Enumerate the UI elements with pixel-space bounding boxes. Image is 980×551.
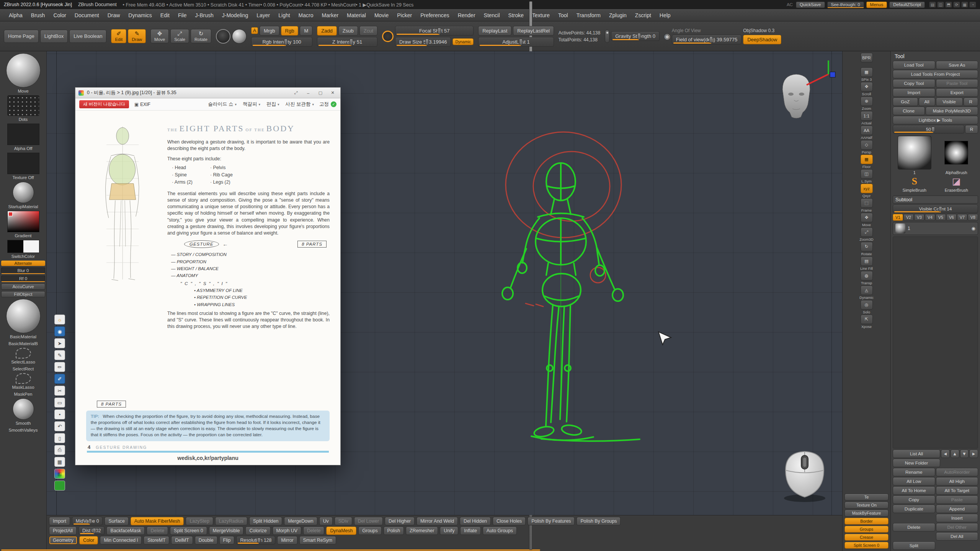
left-shelf-item[interactable]: AccuCurve bbox=[1, 283, 45, 290]
menu-item[interactable]: Zscript bbox=[631, 11, 655, 20]
left-shelf-item[interactable]: Alpha Off bbox=[1, 123, 45, 152]
left-shelf-item[interactable]: Rf 0 bbox=[1, 275, 45, 282]
bottom-shelf-button[interactable]: Polish By Groups bbox=[577, 517, 621, 525]
viewer-menu-item[interactable]: 책갈피 ▾ bbox=[243, 101, 260, 108]
alpha-badge[interactable]: A bbox=[251, 27, 258, 34]
subtool-version-tab[interactable]: V8 bbox=[968, 214, 978, 221]
draw-size-slider[interactable]: Draw Size 533.19946 bbox=[395, 37, 451, 47]
menu-item[interactable]: Stencil bbox=[480, 11, 504, 20]
tool-panel-button[interactable]: Paste Tool bbox=[936, 79, 978, 88]
subtool-button[interactable]: Split bbox=[893, 541, 935, 550]
right-shelf-item[interactable]: ⤢ Zoom3D bbox=[844, 227, 889, 241]
bottom-shelf-button[interactable]: Split Hidden bbox=[249, 517, 282, 525]
left-shelf-item[interactable]: Dots bbox=[1, 95, 45, 122]
bottom-shelf-button[interactable]: Polish bbox=[384, 527, 404, 535]
zcut-button[interactable]: Zcut bbox=[359, 26, 377, 36]
right-shelf-icon[interactable]: ◫ bbox=[861, 169, 873, 179]
titlebar-icon[interactable]: ▦ bbox=[961, 2, 968, 8]
subtool-button[interactable]: All To Home bbox=[893, 486, 935, 495]
subtool-section-title[interactable]: Subtool bbox=[893, 196, 978, 204]
right-shelf-item[interactable]: ▤ Line Fill bbox=[844, 256, 889, 271]
right-shelf-icon[interactable]: ◬ bbox=[861, 285, 873, 295]
subtool-button[interactable]: Delete bbox=[893, 523, 935, 531]
tool-panel-button[interactable]: Copy Tool bbox=[893, 79, 935, 88]
right-shelf-icon[interactable]: ✥ bbox=[861, 213, 873, 222]
obj-shadow-label[interactable]: ObjShadow 0.3 bbox=[743, 28, 781, 33]
subtool-button[interactable]: New Folder bbox=[893, 459, 940, 467]
annotation-tool-icon[interactable]: ✏ bbox=[54, 362, 65, 372]
rgb-button[interactable]: Rgb bbox=[281, 26, 299, 36]
tool-panel-button[interactable]: Export bbox=[936, 88, 978, 97]
menu-item[interactable]: Dynamics bbox=[124, 11, 156, 20]
zadd-button[interactable]: Zadd bbox=[317, 26, 337, 36]
menu-item[interactable]: Brush bbox=[27, 11, 49, 20]
right-shelf-icon[interactable]: ↻ bbox=[861, 242, 873, 251]
bottom-shelf-button[interactable]: DynaMesh bbox=[326, 527, 356, 535]
left-shelf-item[interactable]: StartupMaterial bbox=[1, 181, 45, 210]
right-shelf-item[interactable]: ✥ Scroll bbox=[844, 82, 889, 96]
left-shelf-item[interactable]: SmoothValleys bbox=[1, 427, 45, 433]
right-shelf-item[interactable]: ◍ Transp bbox=[844, 271, 889, 285]
menu-item[interactable]: Preferences bbox=[416, 11, 453, 20]
right-shelf-item[interactable]: ◬ Dynamic bbox=[844, 285, 889, 300]
titlebar-icon[interactable]: ◔ bbox=[969, 2, 976, 8]
pin-toggle[interactable]: 고정 ✓ bbox=[319, 101, 336, 108]
image-viewer-window[interactable]: 0 - 비율, 리듬 > 1 (9).jpg [1/20] - 꿀뷰 5.35 … bbox=[75, 87, 341, 465]
bottom-shelf-button[interactable]: Morph UV bbox=[273, 527, 301, 535]
menu-item[interactable]: Color bbox=[49, 11, 70, 20]
bottom-shelf-button[interactable]: MergeDown bbox=[284, 517, 317, 525]
bottom-shelf-button[interactable]: ProjectAll bbox=[49, 527, 77, 535]
fullscreen-icon[interactable]: ⤢ bbox=[291, 89, 301, 96]
minimize-icon[interactable]: – bbox=[304, 89, 313, 96]
rgb-intensity-slider[interactable]: Rgb Intensity 100 bbox=[251, 37, 312, 47]
right-shelf-icon[interactable]: ⇱ bbox=[861, 315, 873, 324]
nav-button[interactable]: Home Page bbox=[4, 30, 39, 43]
document-canvas[interactable]: ☼◉➤✎✏✐✂▭•↶▯⎙▦▩■ 0 - 비율, 리듬 > 1 (9).jpg [… bbox=[47, 51, 842, 515]
bottom-shelf-button[interactable]: MergeVisible bbox=[209, 527, 244, 535]
subtool-button[interactable]: ◄ bbox=[941, 450, 950, 458]
update-button[interactable]: 새 버전이 나왔습니다 bbox=[79, 100, 129, 108]
bottom-shelf-button[interactable]: Close Holes bbox=[493, 517, 526, 525]
subtool-button[interactable]: AutoReorder bbox=[936, 468, 978, 476]
nav-button[interactable]: LightBox bbox=[40, 30, 68, 43]
subtool-version-tab[interactable]: V5 bbox=[936, 214, 946, 221]
menu-item[interactable]: File bbox=[174, 11, 191, 20]
annotation-tool-icon[interactable]: ➤ bbox=[54, 338, 65, 348]
right-shelf-item[interactable]: ✥ Move bbox=[844, 213, 889, 227]
close-icon[interactable]: ✕ bbox=[328, 89, 337, 96]
annotation-tool-icon[interactable]: ⎙ bbox=[54, 445, 65, 455]
tool-panel-button[interactable]: Clone bbox=[893, 107, 925, 115]
tool-panel-button[interactable]: 50 bbox=[893, 125, 964, 134]
zsub-button[interactable]: Zsub bbox=[338, 26, 358, 36]
right-shelf-icon[interactable]: ✥ bbox=[861, 82, 873, 91]
menu-item[interactable]: Marker bbox=[318, 11, 343, 20]
bottom-shelf-button[interactable]: BackfaceMask bbox=[106, 527, 145, 535]
titlebar-button[interactable]: DefaultZScript bbox=[889, 2, 925, 8]
left-shelf-item[interactable]: SwitchColor bbox=[1, 240, 45, 259]
menu-item[interactable]: Render bbox=[454, 11, 480, 20]
subtool-version-tab[interactable]: V1 bbox=[893, 214, 903, 221]
menu-item[interactable]: Draw bbox=[103, 11, 124, 20]
bottom-shelf-button[interactable]: Color bbox=[79, 536, 98, 544]
subtool-button[interactable]: Rename bbox=[893, 468, 935, 476]
left-shelf-item[interactable]: BasicMaterialB bbox=[1, 341, 45, 347]
bottom-shelf-button[interactable]: StoreMT bbox=[144, 536, 169, 544]
menu-item[interactable]: Alpha bbox=[5, 11, 27, 20]
bottom-shelf-button[interactable]: Auto Groups bbox=[483, 527, 517, 535]
tool-panel-button[interactable]: All bbox=[919, 98, 935, 106]
titlebar-button[interactable]: QuickSave bbox=[796, 2, 825, 8]
current-material-preview[interactable] bbox=[232, 29, 247, 44]
right-shelf-button[interactable]: MaskByFeature bbox=[844, 510, 889, 517]
annotation-tool-icon[interactable]: ✐ bbox=[54, 374, 65, 384]
subtool-button[interactable]: List All bbox=[893, 450, 940, 458]
annotation-tool-icon[interactable]: ▦ bbox=[54, 457, 65, 467]
titlebar-icon[interactable]: ◫ bbox=[937, 2, 944, 8]
gravity-icon[interactable] bbox=[605, 30, 609, 43]
left-shelf-item[interactable]: Smooth bbox=[1, 398, 45, 426]
menu-item[interactable]: J-Modeling bbox=[218, 11, 252, 20]
right-shelf-icon[interactable]: AA bbox=[861, 126, 873, 135]
menu-item[interactable]: Movie bbox=[370, 11, 393, 20]
bottom-shelf-button[interactable]: MidValue 0 bbox=[72, 517, 103, 525]
bottom-shelf-button[interactable]: Split Screen 0 bbox=[170, 527, 207, 535]
bottom-shelf-button[interactable]: Auto Mask FiberMesh bbox=[131, 517, 184, 525]
